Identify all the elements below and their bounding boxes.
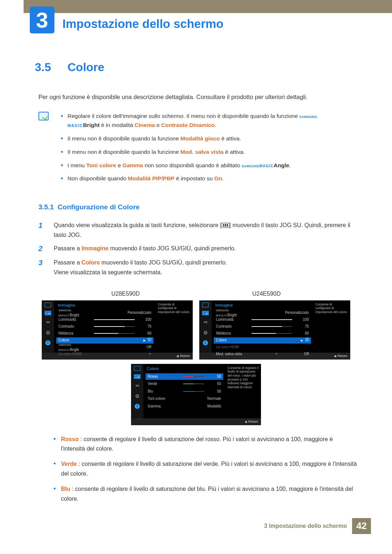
osd-row-green: Verde 50 [146, 381, 223, 387]
steps-list: 1 Quando viene visualizzata la guida ai … [38, 220, 357, 278]
osd-row-hdmi-black: Liv nero HDMI ▼ [56, 351, 154, 357]
osd-row-blue: Blu 50 [146, 388, 223, 395]
osd-row-hdmi-black: Liv nero HDMI [214, 344, 311, 350]
chevron-left-icon: ◀ [245, 420, 247, 423]
osd-row-brightness: Luminosità 100 [56, 317, 154, 323]
osd-color-panel-wrap: ⇔ ⚙ i Colore Rosso 50 Verde 50 [35, 364, 357, 425]
page-content: 3.5 Colore Per ogni funzione è disponibi… [0, 33, 392, 504]
step-number: 2 [38, 243, 45, 254]
osd-description: Consente di regolare il livello di satur… [225, 364, 261, 418]
osd-row-sharpness: Nitidezza 60 [214, 331, 311, 337]
picture-icon [134, 374, 140, 379]
info-icon: i [45, 340, 50, 345]
monitor-icon [134, 366, 140, 371]
arrows-icon: ⇔ [204, 319, 208, 326]
osd-row-magic-angle: SAMSUNGMAGICAngle Off [56, 344, 154, 350]
osd-panel-u24: ⇔ ⚙ i Immagine SAMSUNGMAGICBright Person… [199, 300, 350, 360]
gear-icon: ⚙ [203, 329, 208, 336]
osd-menu-list: Immagine SAMSUNGMAGICBright Personalizza… [212, 300, 313, 353]
chevron-down-icon: ▼ [148, 352, 151, 356]
color-bullet-verde: Verde : consente di regolare il livello … [54, 459, 357, 479]
chapter-title: Impostazione dello schermo [62, 15, 224, 33]
osd-row-sharpness: Nitidezza 60 [56, 331, 154, 337]
monitor-icon [45, 303, 51, 307]
model-labels-row: U28E590D U24E590D [35, 290, 357, 298]
chapter-header: 3 Impostazione dello schermo [0, 13, 392, 33]
page-top-stripe [0, 0, 392, 13]
osd-row-red: Rosso 50 [146, 373, 223, 380]
chevron-left-icon: ◀ [176, 354, 179, 358]
color-bullet-blu: Blu : consente di regolare il livello di… [54, 484, 357, 504]
osd-row-gamma: Gamma Modalità [146, 403, 223, 410]
osd-panel-u28: ⇔ ⚙ i Immagine SAMSUNGMAGICBright Person… [42, 300, 193, 360]
osd-sidebar-icons: ⇔ ⚙ i [199, 300, 212, 353]
chevron-right-icon: ▶ [301, 338, 309, 343]
note-item: Non disponibile quando Modalità PIP/PBP … [61, 174, 317, 183]
osd-row-brightness: Luminosità 100 [214, 317, 311, 323]
step-number: 1 [38, 220, 45, 240]
note-item: Regolare il colore dell'immagine sullo s… [61, 112, 317, 130]
chevron-down-icon: ▼ [275, 352, 278, 356]
osd-menu-list: Immagine SAMSUNGMAGICBright Personalizza… [54, 300, 156, 353]
note-block: Regolare il colore dell'immagine sullo s… [38, 112, 357, 188]
color-description-list: Rosso : consente di regolare il livello … [54, 435, 357, 504]
picture-icon [45, 311, 51, 315]
note-icon [38, 112, 49, 120]
picture-icon [202, 311, 209, 315]
note-item: Il menu non è disponibile quando la funz… [61, 148, 317, 157]
section-number: 3.5 [35, 59, 57, 75]
page-footer: 3 Impostazione dello schermo 42 [0, 518, 392, 534]
footer-page-number: 42 [352, 518, 371, 534]
color-bullet-rosso: Rosso : consente di regolare il livello … [54, 435, 357, 454]
osd-row-color-tone: Toni colore Normale [146, 395, 223, 402]
chapter-number-badge: 3 [30, 7, 54, 33]
osd-panel-color: ⇔ ⚙ i Colore Rosso 50 Verde 50 [131, 364, 261, 425]
step-number: 3 [38, 258, 45, 277]
osd-return-bar: ◀Return [131, 418, 261, 425]
model-label-left: U28E590D [111, 290, 140, 298]
step-body: Quando viene visualizzata la guida ai ta… [54, 220, 357, 240]
osd-panels-row: ⇔ ⚙ i Immagine SAMSUNGMAGICBright Person… [35, 300, 357, 360]
osd-description: Consente di configurare le impostazioni … [313, 300, 350, 353]
osd-sidebar-icons: ⇔ ⚙ i [42, 300, 54, 353]
intro-paragraph: Per ogni funzione è disponibile una desc… [38, 93, 357, 102]
chevron-right-icon: ▶ [143, 338, 151, 343]
gear-icon: ⚙ [46, 329, 50, 336]
osd-row-color: Colore ▶ [214, 337, 311, 344]
arrows-icon: ⇔ [46, 319, 50, 326]
osd-description: Consente di configurare le impostazioni … [156, 300, 193, 353]
osd-row-eye-saver: Mod. salva vista ▼ Off [214, 351, 311, 357]
jog-menu-icon [222, 223, 229, 228]
info-icon: i [135, 404, 140, 409]
osd-row-magic-bright: SAMSUNGMAGICBright Personalizzato [214, 310, 311, 316]
section-heading: 3.5 Colore [35, 59, 357, 75]
monitor-icon [202, 303, 209, 307]
step-item: 1 Quando viene visualizzata la guida ai … [38, 220, 357, 240]
step-item: 2 Passare a Immagine muovendo il tasto J… [38, 243, 357, 254]
note-list: Regolare il colore dell'immagine sullo s… [61, 112, 317, 188]
section-title: Colore [68, 59, 104, 75]
arrows-icon: ⇔ [135, 382, 139, 389]
gear-icon: ⚙ [135, 393, 140, 400]
osd-menu-title: Colore [146, 365, 223, 373]
footer-chapter-text: 3 Impostazione dello schermo [264, 522, 347, 530]
step-item: 3 Passare a Colore muovendo il tasto JOG… [38, 258, 357, 277]
note-item: I menu Toni colore e Gamma non sono disp… [61, 161, 317, 170]
step-body: Passare a Immagine muovendo il tasto JOG… [54, 243, 236, 254]
osd-row-contrast: Contrasto 75 [56, 324, 154, 330]
step-body: Passare a Colore muovendo il tasto JOG S… [54, 258, 227, 277]
osd-sidebar-icons: ⇔ ⚙ i [131, 364, 143, 418]
subsection-heading: 3.5.1 Configurazione di Colore [38, 202, 357, 212]
chevron-left-icon: ◀ [334, 354, 336, 358]
osd-menu-list: Colore Rosso 50 Verde 50 Blu 50 [143, 364, 225, 418]
note-item: Il menu non è disponibile quando la funz… [61, 134, 317, 143]
osd-row-magic-bright: SAMSUNGMAGICBright Personalizzato [56, 310, 154, 316]
model-label-right: U24E590D [252, 290, 281, 298]
info-icon: i [203, 340, 208, 345]
osd-row-contrast: Contrasto 75 [214, 324, 311, 330]
